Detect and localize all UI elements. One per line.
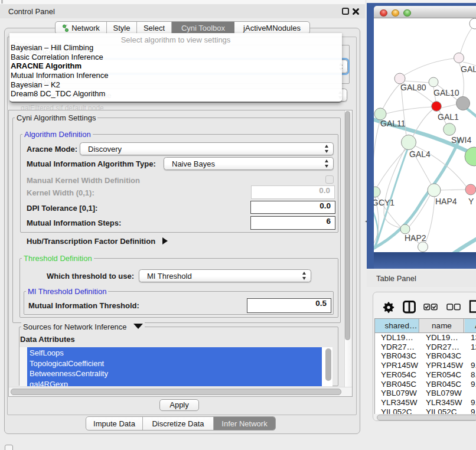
svg-text:GCY1: GCY1 [374,198,395,207]
svg-text:Y: Y [468,197,474,206]
svg-text:GAL4: GAL4 [409,149,431,159]
svg-text:HAP4: HAP4 [435,197,457,206]
svg-text:HAP2: HAP2 [405,233,426,243]
svg-text:GAL: GAL [461,64,476,74]
svg-text:GAL1: GAL1 [438,112,459,122]
svg-text:GAL11: GAL11 [380,119,406,128]
svg-text:GAL80: GAL80 [400,83,426,92]
svg-text:GAL10: GAL10 [433,88,459,97]
svg-text:SWI4: SWI4 [451,135,471,145]
